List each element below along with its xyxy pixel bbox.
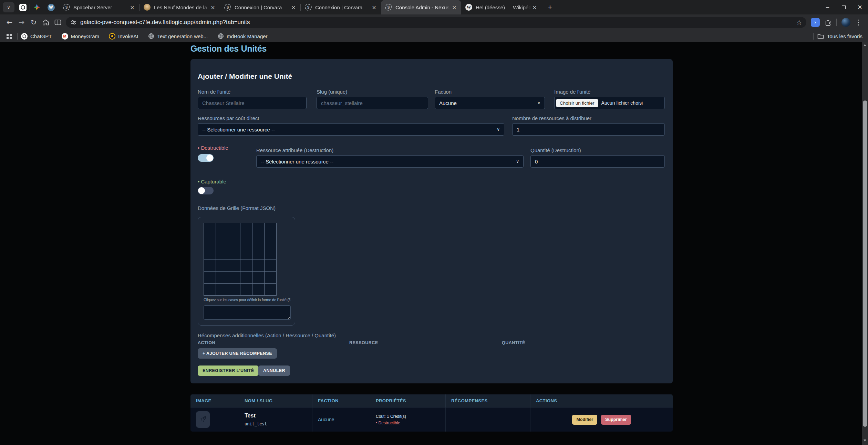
tab-hel-wikipedia[interactable]: W Hel (déesse) — Wikipédia × xyxy=(461,0,541,14)
apps-grid-button[interactable] xyxy=(4,30,14,42)
tab-les-neuf-mondes[interactable]: Les Neuf Mondes de la Mythol × xyxy=(140,0,220,14)
tab-connexion-corvara-1[interactable]: S Connexion | Corvara × xyxy=(220,0,300,14)
minimize-button[interactable]: – xyxy=(819,0,836,14)
tab-search-button[interactable]: ∨ xyxy=(3,2,14,12)
tab-close-icon[interactable]: × xyxy=(371,4,378,11)
pinned-tab-wordpress[interactable]: W xyxy=(45,1,57,13)
delete-button[interactable]: Supprimer xyxy=(601,415,631,425)
puzzle-icon xyxy=(824,18,832,27)
divider xyxy=(836,19,837,26)
side-panel-extension-icon[interactable]: › xyxy=(811,18,820,27)
choose-file-button[interactable]: Choisir un fichier xyxy=(556,99,598,107)
save-unit-button[interactable]: ENREGISTRER L'UNITÉ xyxy=(198,365,259,376)
reload-button[interactable]: ↻ xyxy=(28,17,40,28)
cost-resource-select[interactable]: -- Sélectionner une ressource -- ∨ xyxy=(198,123,504,136)
url-text[interactable]: galactic-pve-conquest-c7fe.dev.flatlogic… xyxy=(80,19,794,26)
grid-cell[interactable] xyxy=(252,247,264,259)
grid-cell[interactable] xyxy=(216,284,228,295)
grid-cell[interactable] xyxy=(216,235,228,247)
faction-select[interactable]: Aucune ∨ xyxy=(435,97,545,109)
site-settings-icon[interactable] xyxy=(70,19,77,26)
grid-cell[interactable] xyxy=(252,272,264,283)
grid-cell[interactable] xyxy=(265,223,276,235)
grid-cell[interactable] xyxy=(204,272,216,283)
grid-cell[interactable] xyxy=(240,247,252,259)
menu-button[interactable]: ⋮ xyxy=(852,17,865,28)
grid-cell[interactable] xyxy=(252,235,264,247)
tab-close-icon[interactable]: × xyxy=(129,4,136,11)
grid-cell[interactable] xyxy=(240,235,252,247)
slug-input[interactable] xyxy=(317,97,428,109)
maximize-button[interactable] xyxy=(836,0,852,14)
bookmark-invokeai[interactable]: InvokeAI xyxy=(109,33,138,40)
grid-cell[interactable] xyxy=(204,223,216,235)
tab-close-icon[interactable]: × xyxy=(451,4,458,11)
tab-close-icon[interactable]: × xyxy=(531,4,538,11)
close-window-button[interactable]: × xyxy=(852,0,868,14)
all-bookmarks-button[interactable]: Tous les favoris xyxy=(813,33,862,40)
destructible-toggle[interactable] xyxy=(198,154,214,162)
grid-cell[interactable] xyxy=(228,223,240,235)
tab-spacebar-server[interactable]: S Spacebar Server × xyxy=(59,0,139,14)
grid-cell[interactable] xyxy=(252,284,264,295)
grid-cell[interactable] xyxy=(228,272,240,283)
grid-cell[interactable] xyxy=(240,223,252,235)
grid-cell[interactable] xyxy=(240,272,252,283)
grid-cell[interactable] xyxy=(216,272,228,283)
destruction-qty-input[interactable] xyxy=(530,155,665,168)
back-button[interactable]: ← xyxy=(3,17,16,28)
distribute-input[interactable] xyxy=(512,123,665,136)
unit-name-input[interactable] xyxy=(198,97,307,109)
add-reward-button[interactable]: + AJOUTER UNE RÉCOMPENSE xyxy=(198,348,277,359)
image-file-input[interactable]: Choisir un fichier Aucun fichier choisi xyxy=(554,97,665,109)
grid-cell[interactable] xyxy=(216,259,228,271)
bookmark-star-icon[interactable]: ☆ xyxy=(794,17,804,28)
grid-cell[interactable] xyxy=(265,235,276,247)
bookmark-moneygram[interactable]: M MoneyGram xyxy=(62,33,100,40)
pinned-tab-gemini[interactable] xyxy=(31,1,43,13)
tab-title: Hel (déesse) — Wikipédia xyxy=(476,4,531,10)
grid-cell[interactable] xyxy=(228,235,240,247)
scrollbar-thumb[interactable] xyxy=(863,100,867,427)
home-button[interactable] xyxy=(40,17,52,28)
grid-cell[interactable] xyxy=(228,259,240,271)
cancel-button[interactable]: ANNULER xyxy=(258,365,290,376)
reading-list-button[interactable] xyxy=(52,17,64,28)
grid-cell[interactable] xyxy=(228,247,240,259)
url-bar[interactable]: galactic-pve-conquest-c7fe.dev.flatlogic… xyxy=(66,17,806,28)
edit-button[interactable]: Modifier xyxy=(572,415,597,425)
grid-cell[interactable] xyxy=(252,259,264,271)
grid-cell[interactable] xyxy=(265,247,276,259)
grid-cell[interactable] xyxy=(252,223,264,235)
tab-close-icon[interactable]: × xyxy=(290,4,297,11)
tab-close-icon[interactable]: × xyxy=(209,4,216,11)
forward-button[interactable]: → xyxy=(16,17,28,28)
grid-cell[interactable] xyxy=(204,247,216,259)
grid-cell[interactable] xyxy=(265,284,276,295)
grid-cell[interactable] xyxy=(240,259,252,271)
vertical-scrollbar[interactable] xyxy=(862,42,868,445)
profile-avatar[interactable] xyxy=(841,18,850,27)
grid-cell[interactable] xyxy=(265,259,276,271)
grid-cell[interactable] xyxy=(216,247,228,259)
new-tab-button[interactable]: + xyxy=(545,2,555,12)
destruction-resource-select[interactable]: -- Sélectionner une ressource -- ∨ xyxy=(256,155,524,168)
grid-cell[interactable] xyxy=(204,235,216,247)
capturable-toggle[interactable] xyxy=(198,187,214,194)
grid-cell[interactable] xyxy=(240,284,252,295)
grid-cell[interactable] xyxy=(204,284,216,295)
grid-cell[interactable] xyxy=(265,272,276,283)
bookmark-mdbook-manager[interactable]: mdBook Manager xyxy=(217,33,267,40)
scroll-up-arrow[interactable] xyxy=(864,44,866,46)
tab-connexion-corvara-2[interactable]: S Connexion | Corvara × xyxy=(301,0,381,14)
grid-json-textarea[interactable] xyxy=(204,305,291,320)
bookmark-text-generation[interactable]: Text generation web... xyxy=(148,33,208,40)
grid-cell[interactable] xyxy=(216,223,228,235)
tab-console-admin-nexus[interactable]: S Console Admin - Nexus × xyxy=(381,0,461,14)
scroll-down-arrow[interactable] xyxy=(864,439,866,442)
pinned-tab-chatgpt[interactable] xyxy=(17,1,29,13)
bookmark-chatgpt[interactable]: ChatGPT xyxy=(21,33,52,40)
extensions-button[interactable] xyxy=(822,17,834,28)
grid-cell[interactable] xyxy=(228,284,240,295)
grid-cell[interactable] xyxy=(204,259,216,271)
